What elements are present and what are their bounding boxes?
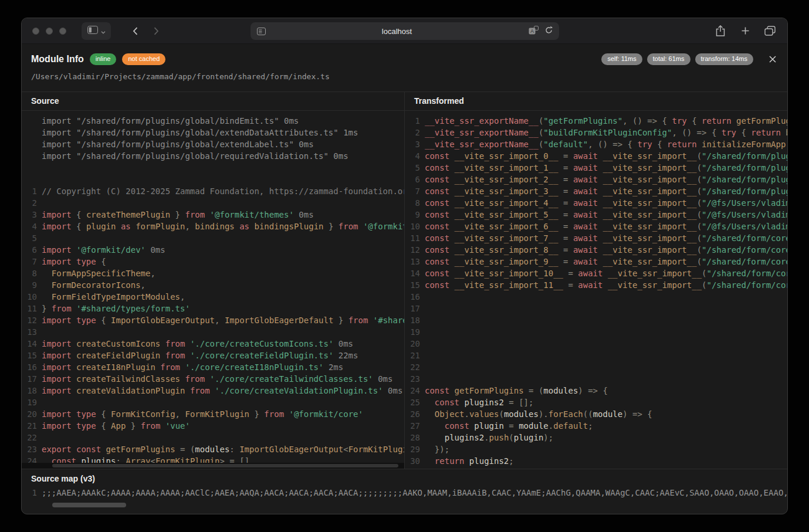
source-map-section: Source map (v3) 1 ;;;AAEA;AAAkC;AAAA;AAA… — [22, 469, 787, 514]
line-number: 7 — [405, 185, 420, 197]
reload-icon[interactable] — [544, 26, 553, 37]
line-number: 17 — [22, 373, 37, 385]
source-panel: Source import "/shared/form/plugins/glob… — [22, 92, 404, 469]
line-number: 16 — [22, 361, 37, 373]
new-tab-button[interactable] — [737, 23, 753, 39]
back-button[interactable] — [125, 22, 145, 40]
line-number: 1 — [22, 185, 37, 197]
line-number: 15 — [405, 279, 420, 291]
sourcemap-hscrollbar-thumb[interactable] — [52, 503, 126, 507]
code-line: 8const __vite_ssr_import_4__ = await __v… — [405, 197, 787, 209]
code-line: 25 const plugins2 = []; — [405, 397, 787, 408]
forward-button[interactable] — [146, 22, 166, 40]
line-number: 2 — [405, 127, 420, 138]
source-map-line: 1 ;;;AAEA;AAAkC;AAAA;AAAA;AAAA;AAClC;AAE… — [22, 487, 787, 499]
code-line: 12import type { ImportGlobEagerOutput, I… — [22, 314, 404, 326]
code-line: 2__vite_ssr_exportName__("buildFormKitPl… — [405, 127, 787, 138]
line-number: 10 — [22, 291, 37, 303]
code-line: 17 — [405, 303, 787, 314]
source-code[interactable]: import "/shared/form/plugins/global/bind… — [22, 111, 404, 463]
code-line: 22 — [22, 432, 404, 443]
line-number — [22, 162, 37, 174]
browser-window: localhost A Module Info — [21, 18, 788, 514]
line-number: 16 — [405, 291, 420, 303]
code-line: 19 — [405, 326, 787, 338]
line-number: 17 — [405, 303, 420, 314]
source-hscrollbar[interactable] — [22, 463, 404, 469]
line-number: 18 — [405, 314, 420, 326]
minimize-window-button[interactable] — [46, 28, 53, 35]
line-number: 20 — [22, 408, 37, 420]
code-line: 3import { createThemePlugin } from '@for… — [22, 209, 404, 221]
line-number — [22, 174, 37, 185]
transformed-panel: Transformed 1__vite_ssr_exportName__("ge… — [404, 92, 787, 469]
code-line: 21 — [405, 350, 787, 361]
translate-icon[interactable]: A — [529, 26, 539, 37]
source-map-title: Source map (v3) — [22, 469, 787, 487]
code-line: 10 FormFieldTypeImportModules, — [22, 291, 404, 303]
total-time-badge: total: 61ms — [647, 53, 690, 65]
line-number: 1 — [405, 115, 420, 127]
source-map-line-number: 1 — [22, 487, 37, 499]
code-line: 2 — [22, 197, 404, 209]
code-line: 20 — [405, 338, 787, 350]
code-line: 18 — [405, 314, 787, 326]
code-line: 13const __vite_ssr_import_9__ = await __… — [405, 256, 787, 267]
transformed-panel-title: Transformed — [405, 92, 787, 111]
code-line — [22, 162, 404, 174]
code-line: 15import createFieldPlugin from './core/… — [22, 350, 404, 361]
line-number: 25 — [405, 397, 420, 408]
code-line: 1// Copyright (C) 2012-2025 Zammad Found… — [22, 185, 404, 197]
code-line: 20import type { FormKitConfig, FormKitPl… — [22, 408, 404, 420]
svg-text:A: A — [530, 28, 534, 34]
code-line: 7import type { — [22, 256, 404, 267]
code-line: 15const __vite_ssr_import_11__ = await _… — [405, 279, 787, 291]
tab-overview-button[interactable] — [761, 23, 778, 39]
navigation-buttons — [125, 22, 166, 40]
share-button[interactable] — [712, 23, 729, 39]
line-number — [22, 127, 37, 138]
code-line: 14import createCustomIcons from './core/… — [22, 338, 404, 350]
line-number: 4 — [405, 150, 420, 162]
code-line: 6import '@formkit/dev' 0ms — [22, 244, 404, 256]
close-window-button[interactable] — [32, 28, 39, 35]
address-bar[interactable]: localhost A — [251, 22, 559, 40]
inline-badge: inline — [90, 53, 117, 65]
not-cached-badge: not cached — [122, 53, 165, 65]
line-number: 14 — [405, 267, 420, 279]
sidebar-toggle-button[interactable] — [82, 22, 111, 40]
close-button[interactable] — [766, 53, 779, 66]
line-number: 30 — [405, 455, 420, 467]
code-line — [22, 174, 404, 185]
code-line: 8 FormAppSpecificTheme, — [22, 267, 404, 279]
line-number: 24 — [22, 455, 37, 463]
code-panels: Source import "/shared/form/plugins/glob… — [22, 92, 787, 469]
transformed-code[interactable]: 1__vite_ssr_exportName__("getFormPlugins… — [405, 111, 787, 469]
line-number: 3 — [22, 209, 37, 221]
source-panel-title: Source — [22, 92, 404, 111]
line-number: 11 — [405, 232, 420, 244]
code-line: 13 — [22, 326, 404, 338]
source-hscrollbar-thumb[interactable] — [52, 464, 398, 467]
line-number: 14 — [22, 338, 37, 350]
code-line: 7const __vite_ssr_import_3__ = await __v… — [405, 185, 787, 197]
code-line: 11} from '#shared/types/form.ts' — [22, 303, 404, 314]
line-number: 29 — [405, 443, 420, 455]
code-line: 11const __vite_ssr_import_7__ = await __… — [405, 232, 787, 244]
code-line: 4const __vite_ssr_import_0__ = await __v… — [405, 150, 787, 162]
code-line: 21import type { App } from 'vue' — [22, 420, 404, 432]
code-line: 3__vite_ssr_exportName__("default", () =… — [405, 138, 787, 150]
zoom-window-button[interactable] — [59, 28, 66, 35]
code-line: 28 plugins2.push(plugin); — [405, 432, 787, 443]
code-line: import "/shared/form/plugins/global/exte… — [22, 127, 404, 138]
line-number: 3 — [405, 138, 420, 150]
line-number: 5 — [22, 232, 37, 244]
module-info-header: Module Info inline not cached self: 11ms… — [22, 44, 787, 92]
page-settings-icon[interactable] — [257, 28, 266, 35]
line-number: 10 — [405, 221, 420, 232]
line-number: 13 — [405, 256, 420, 267]
line-number: 22 — [405, 361, 420, 373]
code-line: 24const getFormPlugins = (modules) => { — [405, 385, 787, 397]
traffic-lights — [32, 28, 66, 35]
line-number: 23 — [22, 443, 37, 455]
